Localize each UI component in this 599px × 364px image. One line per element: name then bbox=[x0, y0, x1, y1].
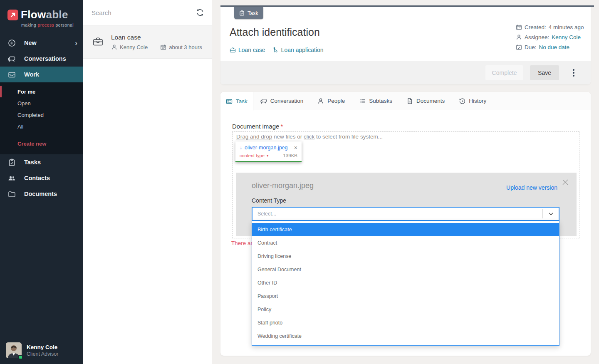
tab-documents[interactable]: Documents bbox=[399, 92, 452, 110]
case-list-item[interactable]: Loan case Kenny Cole about 3 hours bbox=[83, 25, 212, 59]
due-date-link[interactable]: No due date bbox=[539, 44, 570, 50]
case-age: about 3 hours bbox=[169, 44, 202, 50]
content-type-label: Content Type bbox=[252, 197, 286, 204]
sidebar-item-work[interactable]: Work bbox=[0, 67, 83, 82]
dropdown-option[interactable]: Contract bbox=[252, 236, 559, 250]
tab-task[interactable]: Task bbox=[220, 92, 253, 111]
more-options-icon[interactable] bbox=[570, 65, 577, 80]
field-label-document-image: Document image* bbox=[232, 123, 283, 130]
content-type-select[interactable]: Select... bbox=[252, 207, 559, 221]
dropdown-option[interactable]: Birth certificate bbox=[252, 223, 559, 236]
caret-down-icon: ▾ bbox=[267, 154, 269, 158]
flowable-app: Flowable making process personal New › C… bbox=[0, 0, 599, 364]
search-input[interactable] bbox=[92, 9, 196, 16]
created-value: 4 minutes ago bbox=[549, 24, 584, 30]
sidebar-item-label: Tasks bbox=[24, 159, 41, 166]
assignee-link[interactable]: Kenny Cole bbox=[552, 34, 581, 40]
sidebar-item-contacts[interactable]: Contacts bbox=[0, 170, 83, 186]
breadcrumb: Loan case Loan application bbox=[230, 47, 324, 53]
remove-file-icon[interactable]: × bbox=[294, 145, 297, 151]
click-to-select-link[interactable]: click bbox=[304, 134, 314, 140]
process-icon bbox=[272, 47, 279, 53]
dropdown-option[interactable]: Staff photo bbox=[252, 316, 559, 329]
flowable-logo: Flowable making process personal bbox=[0, 0, 83, 27]
case-title: Loan case bbox=[111, 34, 202, 41]
chevron-down-icon[interactable] bbox=[543, 211, 559, 217]
user-role: Client Advisor bbox=[27, 351, 58, 357]
online-status-dot bbox=[18, 355, 23, 359]
sidebar-item-new[interactable]: New › bbox=[0, 35, 83, 51]
flowable-logo-icon bbox=[7, 10, 18, 20]
sidebar-item-label: Work bbox=[24, 71, 39, 78]
task-type-badge: Task bbox=[234, 7, 263, 19]
tab-conversation[interactable]: Conversation bbox=[253, 92, 311, 110]
dropzone-hint: Drag and drop new files or click to sele… bbox=[236, 134, 383, 140]
complete-button[interactable]: Complete bbox=[485, 65, 523, 80]
submenu-item-all[interactable]: All bbox=[0, 121, 83, 132]
people-group-icon bbox=[8, 174, 16, 182]
breadcrumb-loan-application[interactable]: Loan application bbox=[272, 47, 324, 53]
sidebar-item-tasks[interactable]: Tasks bbox=[0, 154, 83, 170]
person-icon bbox=[111, 44, 117, 50]
dropdown-option[interactable]: Passport bbox=[252, 290, 559, 303]
inbox-icon bbox=[8, 71, 16, 79]
submenu-create-new[interactable]: Create new bbox=[0, 138, 83, 149]
person-icon bbox=[516, 34, 522, 40]
dropdown-option[interactable]: Policy bbox=[252, 303, 559, 316]
upload-new-version-link[interactable]: Upload new version bbox=[506, 184, 557, 191]
person-icon bbox=[317, 98, 324, 104]
refresh-icon[interactable] bbox=[196, 8, 204, 17]
select-placeholder: Select... bbox=[252, 211, 542, 217]
tab-bar: Task Conversation People Subtasks bbox=[220, 92, 591, 110]
file-size: 139KB bbox=[283, 153, 297, 158]
plus-circle-icon bbox=[8, 39, 16, 47]
work-list-panel: Loan case Kenny Cole about 3 hours bbox=[83, 0, 212, 364]
sidebar-item-label: New bbox=[24, 40, 37, 46]
detail-filename: oliver-morgan.jpeg bbox=[252, 181, 314, 190]
history-icon bbox=[459, 98, 465, 104]
briefcase-icon bbox=[230, 47, 236, 53]
conversation-icon bbox=[260, 98, 267, 104]
meta-created: Created: 4 minutes ago bbox=[516, 24, 584, 30]
document-icon bbox=[406, 98, 413, 104]
task-detail-card: Task Conversation People Subtasks bbox=[220, 92, 591, 356]
brand-tagline: making process personal bbox=[21, 22, 83, 27]
sidebar-item-documents[interactable]: Documents bbox=[0, 186, 83, 202]
sidebar-item-conversations[interactable]: Conversations bbox=[0, 51, 83, 67]
file-link[interactable]: oliver-morgan.jpeg bbox=[245, 145, 288, 151]
save-button[interactable]: Save bbox=[530, 65, 559, 80]
dropdown-option[interactable]: Wedding certificate bbox=[252, 329, 559, 343]
submenu-item-open[interactable]: Open bbox=[0, 97, 83, 109]
search-bar bbox=[83, 0, 212, 25]
submenu-item-for-me[interactable]: For me bbox=[0, 86, 83, 97]
task-type-bar bbox=[220, 5, 594, 7]
submenu-item-completed[interactable]: Completed bbox=[0, 109, 83, 121]
form-icon bbox=[226, 98, 233, 105]
meta-assignee: Assignee: Kenny Cole bbox=[516, 34, 584, 40]
content-type-dropdown: Birth certificate Contract Driving licen… bbox=[252, 221, 559, 346]
sidebar-item-label: Documents bbox=[24, 191, 57, 197]
conversations-icon bbox=[8, 55, 16, 63]
dropdown-option[interactable]: Driving license bbox=[252, 250, 559, 263]
download-icon[interactable]: ↓ bbox=[240, 145, 242, 150]
dropdown-option[interactable]: Other ID bbox=[252, 276, 559, 290]
breadcrumb-loan-case[interactable]: Loan case bbox=[230, 47, 265, 53]
current-user[interactable]: Kenny Cole Client Advisor bbox=[0, 340, 83, 364]
dropdown-option[interactable]: General Document bbox=[252, 263, 559, 276]
close-detail-icon[interactable] bbox=[562, 178, 569, 186]
tab-people[interactable]: People bbox=[310, 92, 352, 110]
uploaded-file-chip[interactable]: ↓ oliver-morgan.jpeg × content type ▾ 13… bbox=[235, 141, 302, 162]
list-check-icon bbox=[359, 98, 366, 104]
tab-history[interactable]: History bbox=[452, 92, 493, 110]
clipboard-check-icon bbox=[8, 158, 16, 166]
task-meta: Created: 4 minutes ago Assignee: Kenny C… bbox=[516, 24, 584, 50]
task-action-bar: Complete Save bbox=[220, 61, 591, 84]
calendar-icon bbox=[516, 24, 522, 30]
work-submenu: For me Open Completed All Create new bbox=[0, 82, 83, 154]
chip-content-type-label[interactable]: content type bbox=[240, 153, 265, 158]
sidebar-item-label: Contacts bbox=[24, 175, 50, 181]
calendar-check-icon bbox=[516, 44, 522, 50]
folder-icon bbox=[8, 190, 16, 198]
drag-drop-link[interactable]: Drag and drop bbox=[236, 134, 272, 140]
tab-subtasks[interactable]: Subtasks bbox=[352, 92, 399, 110]
